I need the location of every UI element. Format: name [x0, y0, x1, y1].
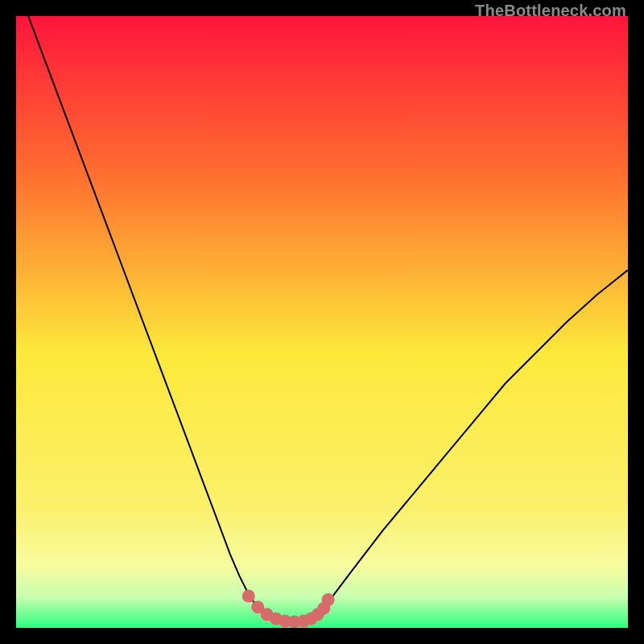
- trough-dot: [322, 593, 335, 606]
- trough-dot: [242, 590, 255, 603]
- watermark-text: TheBottleneck.com: [475, 2, 626, 20]
- outer-frame: TheBottleneck.com: [0, 0, 644, 644]
- chart-svg: [16, 16, 628, 628]
- plot-area: [16, 16, 628, 628]
- gradient-background: [16, 16, 628, 628]
